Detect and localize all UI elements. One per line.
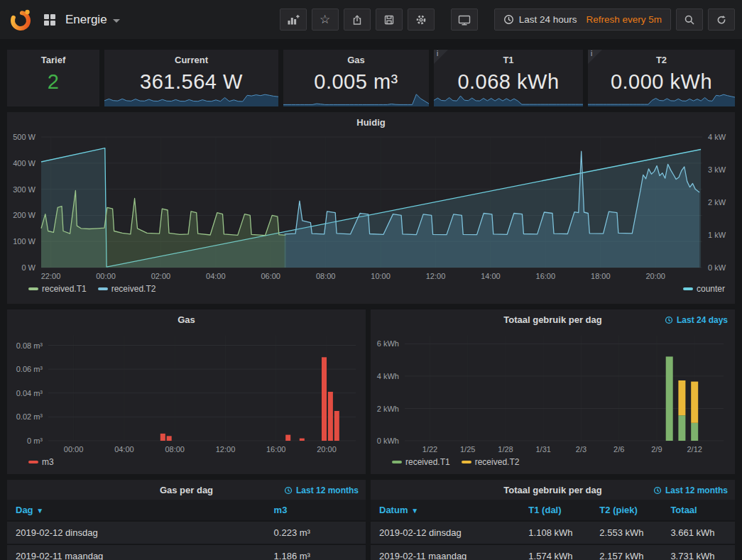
last-12-months-link[interactable]: Last 12 months — [284, 485, 359, 495]
column-header-totaal[interactable]: Totaal — [662, 500, 735, 521]
svg-text:400 W: 400 W — [13, 159, 36, 168]
panel-gas-chart: Gas 00:0004:0008:0012:0016:0020:000 m³0.… — [7, 309, 366, 474]
legend-label: received.T2 — [111, 284, 156, 294]
panel-huidig: Huidig 22:0000:0002:0004:0006:0008:0010:… — [7, 112, 735, 304]
monitor-icon — [458, 14, 471, 26]
legend-item-received.T1[interactable]: received.T1 — [392, 457, 450, 467]
panel-title[interactable]: T1 — [434, 50, 583, 67]
svg-text:2/9: 2/9 — [651, 445, 662, 454]
legend-item-received.T1[interactable]: received.T1 — [28, 284, 87, 294]
svg-text:0 kW: 0 kW — [708, 263, 726, 272]
share-button[interactable] — [344, 9, 371, 31]
dashboard-title-dropdown[interactable]: Energie — [65, 13, 120, 27]
table-cell: 2019-02-11 maandag — [371, 544, 520, 560]
svg-text:20:00: 20:00 — [317, 445, 337, 454]
column-header-dag[interactable]: Dag ▼ — [7, 500, 266, 521]
svg-text:1/25: 1/25 — [460, 445, 475, 454]
huidig-graph[interactable]: 22:0000:0002:0004:0006:0008:0010:0012:00… — [7, 130, 735, 283]
panel-title-huidig[interactable]: Huidig — [7, 112, 735, 130]
panel-title[interactable]: T2 — [588, 50, 735, 67]
legend-label: m3 — [42, 457, 54, 467]
grafana-logo[interactable] — [7, 6, 34, 33]
svg-text:0 W: 0 W — [21, 263, 36, 272]
refresh-button[interactable] — [708, 9, 735, 31]
legend-item-received.T2[interactable]: received.T2 — [462, 457, 520, 467]
last-12-months-link[interactable]: Last 12 months — [653, 485, 728, 495]
gas-table-container: Dag ▼m32019-02-12 dinsdag0.223 m³2019-02… — [7, 500, 366, 560]
svg-text:20:00: 20:00 — [645, 272, 665, 280]
svg-text:00:00: 00:00 — [96, 272, 116, 280]
tv-mode-button[interactable] — [451, 9, 478, 31]
stat-panel-current: Current361.564 W — [104, 50, 278, 106]
legend-swatch — [28, 461, 38, 463]
star-button[interactable]: ☆ — [312, 9, 339, 31]
svg-text:1 kW: 1 kW — [708, 231, 726, 239]
legend-item-counter[interactable]: counter — [683, 284, 725, 294]
grafana-flame-icon — [8, 7, 33, 33]
panel-title[interactable]: Tarief — [7, 50, 99, 67]
column-header-m3[interactable]: m3 — [266, 500, 366, 521]
svg-text:2/6: 2/6 — [613, 445, 624, 454]
table-cell: 3.661 kWh — [662, 521, 735, 544]
stat-value: 361.564 W — [104, 70, 278, 94]
dashboard: Tarief2Current361.564 WGas0.005 m³iT10.0… — [0, 39, 742, 560]
svg-text:18:00: 18:00 — [591, 272, 611, 280]
table-cell: 1.186 m³ — [266, 544, 366, 560]
svg-text:1/31: 1/31 — [535, 445, 550, 454]
add-panel-button[interactable] — [280, 9, 307, 31]
daily-graph[interactable]: 1/221/251/281/312/32/62/92/120 kWh2 kWh4… — [371, 327, 735, 456]
stat-panel-t1: iT10.068 kWh — [434, 50, 583, 106]
info-icon[interactable]: i — [434, 50, 448, 64]
save-button[interactable] — [376, 9, 403, 31]
column-header-datum[interactable]: Datum ▼ — [371, 500, 520, 521]
svg-text:14:00: 14:00 — [481, 272, 501, 280]
legend-label: received.T1 — [405, 457, 450, 467]
svg-text:3 kW: 3 kW — [708, 165, 726, 174]
svg-text:1/28: 1/28 — [498, 445, 513, 454]
gas-graph[interactable]: 00:0004:0008:0012:0016:0020:000 m³0.02 m… — [7, 327, 366, 456]
share-icon — [351, 14, 363, 26]
clock-icon — [503, 14, 514, 25]
legend-swatch — [683, 287, 693, 290]
svg-text:4 kWh: 4 kWh — [377, 372, 399, 380]
panel-title[interactable]: Gas — [283, 50, 429, 67]
legend-label: received.T1 — [42, 284, 87, 294]
sort-caret-icon: ▼ — [409, 507, 418, 515]
svg-text:4 kW: 4 kW — [708, 133, 726, 141]
navbar: Energie ☆ — [0, 0, 742, 39]
time-range-button[interactable]: Last 24 hours Refresh every 5m — [494, 9, 671, 31]
table-cell: 1.574 kWh — [520, 544, 591, 560]
column-header-t1-dal-[interactable]: T1 (dal) — [520, 500, 591, 521]
gear-icon — [415, 14, 427, 26]
table-row: 2019-02-11 maandag1.574 kWh2.157 kWh3.73… — [371, 544, 735, 560]
stat-value: 0.068 kWh — [434, 70, 583, 94]
svg-text:04:00: 04:00 — [206, 272, 226, 280]
table-cell: 2.553 kWh — [591, 521, 662, 544]
stat-value: 2 — [7, 70, 99, 94]
table-cell: 2.157 kWh — [591, 544, 662, 560]
settings-button[interactable] — [408, 9, 435, 31]
huidig-legend: received.T1received.T2counter — [7, 283, 735, 297]
svg-text:1/22: 1/22 — [422, 445, 437, 454]
legend-swatch — [98, 287, 108, 290]
daily-legend: received.T1received.T2 — [371, 456, 735, 471]
last-24-days-link[interactable]: Last 24 days — [665, 315, 728, 325]
svg-text:0.06 m³: 0.06 m³ — [16, 365, 43, 373]
table-row: 2019-02-12 dinsdag0.223 m³ — [7, 521, 366, 544]
zoom-out-button[interactable] — [676, 9, 703, 31]
svg-text:02:00: 02:00 — [151, 272, 171, 280]
star-icon: ☆ — [320, 13, 330, 26]
clock-icon — [665, 316, 673, 324]
table-cell: 0.223 m³ — [266, 521, 366, 544]
info-icon[interactable]: i — [588, 50, 602, 64]
dashboards-grid-icon[interactable] — [44, 14, 55, 26]
legend-item-received.T2[interactable]: received.T2 — [98, 284, 156, 294]
legend-item-m3[interactable]: m3 — [28, 457, 54, 467]
column-header-t2-piek-[interactable]: T2 (piek) — [591, 500, 662, 521]
legend-swatch — [28, 287, 38, 290]
svg-text:0 m³: 0 m³ — [27, 437, 43, 445]
panel-title-gas[interactable]: Gas — [7, 309, 366, 327]
link-label: Last 12 months — [665, 485, 728, 495]
svg-text:100 W: 100 W — [13, 237, 36, 246]
panel-title[interactable]: Current — [104, 50, 278, 67]
